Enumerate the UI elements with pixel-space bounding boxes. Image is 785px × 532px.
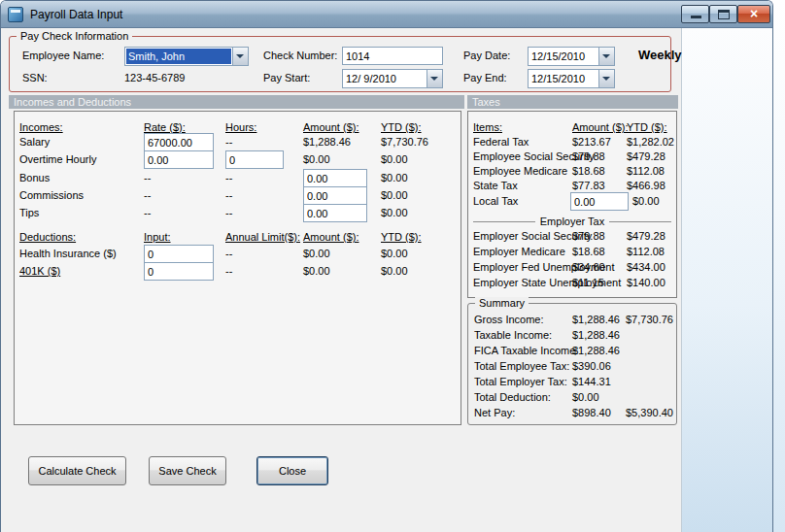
employer-medicare-amount: $18.68 [572,246,605,258]
state-tax-label: State Tax [473,180,518,192]
health-insurance-amount-value: $0.00 [303,248,330,260]
tips-rate-value: -- [144,207,151,219]
pay-end-dropdown-button[interactable] [598,70,614,87]
total-deduction-amount: $0.00 [572,391,599,404]
tax-ytd-col-header: YTD ($): [627,121,667,134]
pay-end-value: 12/15/2010 [529,70,598,87]
employee-medicare-ytd: $112.08 [627,165,665,178]
pay-date-picker[interactable]: 12/15/2010 [528,47,615,66]
pay-date-value: 12/15/2010 [529,48,598,65]
salary-hours-value: -- [225,136,232,149]
commissions-amount-input[interactable] [303,186,367,205]
pay-start-dropdown-button[interactable] [427,70,442,87]
maximize-button[interactable] [709,5,737,23]
total-deduction-label: Total Deduction: [474,391,551,404]
check-number-label: Check Number: [263,50,337,62]
calculate-check-button[interactable]: Calculate Check [28,456,126,485]
employee-ss-ytd: $479.28 [627,150,666,163]
close-icon: × [738,6,769,22]
health-insurance-input[interactable] [144,245,214,263]
fica-taxable-income-amount: $1,288.46 [572,345,620,357]
close-button[interactable]: Close [256,456,328,485]
check-number-input[interactable] [342,47,443,65]
total-employee-tax-label: Total Employee Tax: [474,360,569,373]
gross-income-ytd: $7,730.76 [626,314,673,326]
app-icon[interactable] [8,7,23,22]
payroll-window: Payroll Data Input × Pay Check Informati… [0,0,773,532]
overtime-hours-input[interactable] [225,150,284,169]
minimize-button[interactable] [681,5,709,23]
pay-end-picker[interactable]: 12/15/2010 [528,69,615,88]
local-tax-input[interactable] [570,192,629,211]
bonus-amount-input[interactable] [303,169,367,187]
commissions-ytd-value: $0.00 [381,189,408,202]
tips-hours-value: -- [225,207,232,219]
gross-income-label: Gross Income: [474,314,544,326]
pay-date-label: Pay Date: [463,50,510,62]
salary-ytd-value: $7,730.76 [381,136,428,149]
summary-group-label: Summary [475,297,529,310]
input-col-header: Input: [144,231,171,244]
commissions-hours-value: -- [225,189,232,202]
taxable-income-amount: $1,288.46 [572,329,620,342]
annual-limit-col-header: Annual Limit($): [225,231,300,244]
tax-items-col-header: Items: [473,121,502,134]
app-icon-detail [11,10,20,13]
amount-col-header: Amount ($): [303,121,358,134]
employee-ss-amount: $79.88 [572,150,605,163]
pay-date-dropdown-button[interactable] [598,48,614,65]
net-pay-ytd: $5,390.40 [626,407,673,419]
employer-fed-unemployment-amount: $34.60 [572,261,605,274]
employer-tax-label: Employer Tax [540,216,604,227]
retirement-401k-input[interactable] [144,262,214,281]
ytd-col-header: YTD ($): [381,121,422,134]
gross-income-amount: $1,288.46 [572,314,620,326]
net-pay-amount: $898.40 [572,407,611,419]
tax-amount-col-header: Amount ($): [572,121,628,134]
deduction-ytd-col-header: YTD ($): [381,231,422,244]
salary-row-label: Salary [19,136,50,149]
tips-row-label: Tips [19,207,39,219]
state-tax-amount: $77.83 [572,180,605,192]
pay-end-label: Pay End: [463,72,507,84]
retirement-401k-limit-value: -- [225,265,232,278]
employer-ss-amount: $79.88 [572,230,605,243]
tips-amount-input[interactable] [303,204,367,222]
health-insurance-row-label: Health Insurance ($) [19,248,117,260]
close-window-button[interactable]: × [737,5,770,23]
federal-tax-amount: $213.67 [572,136,611,149]
pay-frequency-label: Weekly [638,49,682,61]
pay-start-picker[interactable]: 12/ 9/2010 [342,69,443,88]
local-tax-label: Local Tax [473,195,518,208]
fica-taxable-income-label: FICA Taxable Income: [474,345,578,357]
employee-name-dropdown-button[interactable] [232,48,248,65]
chevron-down-icon [602,54,610,58]
employee-medicare-amount: $18.68 [572,165,605,178]
titlebar[interactable]: Payroll Data Input × [1,1,772,28]
total-employee-tax-amount: $390.06 [572,360,611,373]
minimize-icon [691,16,701,18]
chevron-down-icon [430,77,438,81]
employee-name-label: Employee Name: [22,50,104,62]
commissions-row-label: Commissions [19,189,84,202]
bonus-hours-value: -- [225,172,232,184]
employer-tax-separator: Employer Tax [473,216,671,227]
commissions-rate-value: -- [144,189,151,202]
overtime-rate-input[interactable] [144,150,214,169]
retirement-401k-row-label: 401K ($) [19,265,60,278]
state-tax-ytd: $466.98 [627,180,666,192]
taxes-section-header: Taxes [467,95,678,109]
overtime-row-label: Overtime Hourly [19,153,96,166]
employer-fed-unemployment-ytd: $434.00 [627,261,666,274]
deduction-amount-col-header: Amount ($): [303,231,358,244]
separator-line-right [609,221,671,222]
salary-rate-input[interactable] [144,133,214,151]
incomes-col-header: Incomes: [19,121,63,134]
retirement-401k-ytd-value: $0.00 [381,265,408,278]
total-employer-tax-label: Total Employer Tax: [474,376,567,388]
save-check-button[interactable]: Save Check [149,456,226,485]
deductions-col-header: Deductions: [19,231,76,244]
chevron-down-icon [236,54,244,58]
employer-ss-ytd: $479.28 [627,230,666,243]
employee-name-combobox[interactable]: Smith, John [124,47,249,66]
